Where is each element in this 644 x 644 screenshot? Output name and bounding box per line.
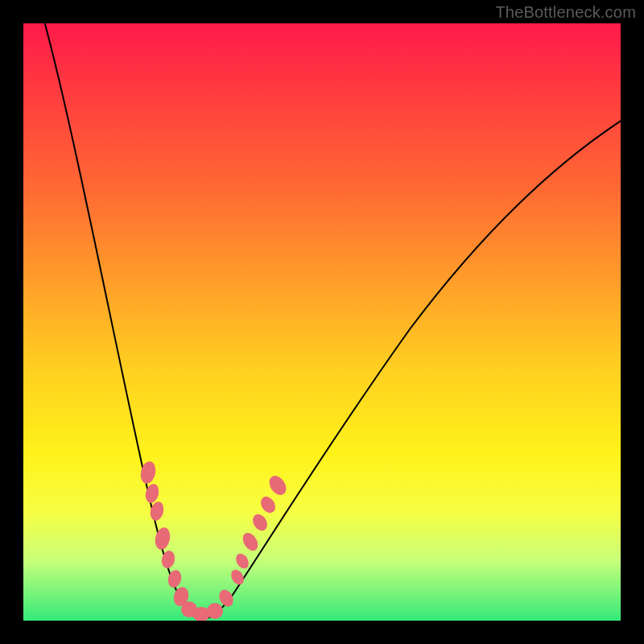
watermark-label: TheBottleneck.com bbox=[495, 3, 636, 22]
gradient-plot-area bbox=[23, 23, 621, 621]
